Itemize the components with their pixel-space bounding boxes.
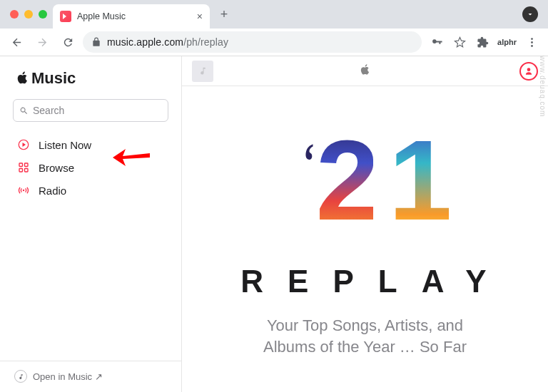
kebab-icon xyxy=(526,36,538,48)
svg-rect-7 xyxy=(25,169,29,172)
browser-menu-button[interactable] xyxy=(521,31,542,53)
puzzle-icon xyxy=(477,36,489,48)
year-artwork: ‘ 2 1 xyxy=(283,126,447,258)
svg-rect-6 xyxy=(19,169,23,172)
arrow-left-icon xyxy=(11,36,23,48)
brand-text: Music xyxy=(31,69,76,88)
tab-close-icon[interactable]: × xyxy=(197,11,203,22)
browser-chrome: Apple Music × + music.apple.com/ph/repla… xyxy=(0,0,548,56)
apple-logo-center xyxy=(359,63,371,78)
replay-hero: ‘ 2 1 REPLAY Your Top Songs, Artists, an… xyxy=(182,86,548,392)
svg-rect-4 xyxy=(19,163,23,167)
new-tab-button[interactable]: + xyxy=(214,4,234,24)
brand-logo[interactable]: Music xyxy=(0,56,181,96)
browser-profile-button[interactable] xyxy=(522,6,538,22)
search-input[interactable] xyxy=(33,105,162,116)
digit-one: 1 xyxy=(389,123,452,237)
open-in-label: Open in Music ↗ xyxy=(33,371,103,382)
svg-point-1 xyxy=(531,41,533,43)
watermark-text: www.deuaq.com xyxy=(539,56,547,117)
password-key-button[interactable] xyxy=(426,31,447,53)
main-content: ‘ 2 1 REPLAY Your Top Songs, Artists, an… xyxy=(182,56,548,392)
sidebar-item-radio[interactable]: Radio xyxy=(0,179,181,202)
reload-icon xyxy=(62,36,74,48)
browser-tab[interactable]: Apple Music × xyxy=(53,4,210,29)
apple-icon xyxy=(359,63,371,76)
arrow-right-icon xyxy=(36,36,49,48)
search-box[interactable] xyxy=(13,99,168,122)
window-minimize-button[interactable] xyxy=(24,10,33,19)
person-icon xyxy=(524,66,534,76)
tab-title: Apple Music xyxy=(77,11,191,21)
replay-title: REPLAY xyxy=(219,264,510,299)
lock-icon xyxy=(91,37,101,47)
music-note-circle-icon xyxy=(14,370,27,383)
extension-label[interactable]: alphr xyxy=(494,38,519,46)
svg-rect-5 xyxy=(25,163,29,167)
address-bar[interactable]: music.apple.com/ph/replay xyxy=(83,31,422,53)
svg-point-2 xyxy=(531,45,533,47)
search-icon xyxy=(19,106,29,115)
tab-bar: Apple Music × + xyxy=(0,0,548,29)
svg-point-0 xyxy=(531,38,533,40)
window-maximize-button[interactable] xyxy=(39,10,47,19)
window-controls xyxy=(7,10,53,19)
sidebar-item-listen-now[interactable]: Listen Now xyxy=(0,133,181,156)
apostrophe-glyph: ‘ xyxy=(303,132,315,191)
apple-icon xyxy=(16,71,30,85)
account-button[interactable] xyxy=(519,62,538,81)
bookmark-button[interactable] xyxy=(449,31,470,53)
open-in-music-link[interactable]: Open in Music ↗ xyxy=(14,370,167,383)
sidebar-nav: Listen Now Browse Radio xyxy=(0,132,181,203)
chevron-down-icon xyxy=(526,10,534,19)
url-text: music.apple.com/ph/replay xyxy=(107,36,228,48)
key-icon xyxy=(431,36,443,48)
page-content: Music Listen Now Browse xyxy=(0,56,548,392)
play-circle-icon xyxy=(17,138,30,151)
sidebar-item-browse[interactable]: Browse xyxy=(0,156,181,179)
player-topbar xyxy=(182,56,548,86)
now-playing-placeholder[interactable] xyxy=(192,61,213,82)
star-icon xyxy=(454,36,466,48)
hero-subtitle: Your Top Songs, Artists, and Albums of t… xyxy=(263,315,467,357)
sidebar-item-label: Browse xyxy=(39,162,74,174)
radio-waves-icon xyxy=(17,184,30,197)
music-note-icon xyxy=(198,66,208,76)
browser-toolbar: music.apple.com/ph/replay alphr xyxy=(0,29,548,56)
reload-button[interactable] xyxy=(57,31,78,53)
digit-two: 2 xyxy=(316,123,374,237)
window-close-button[interactable] xyxy=(10,10,19,19)
forward-button[interactable] xyxy=(31,31,53,53)
apple-music-favicon-icon xyxy=(60,11,71,22)
sidebar-footer: Open in Music ↗ xyxy=(0,361,181,392)
back-button[interactable] xyxy=(6,31,27,53)
sidebar-item-label: Radio xyxy=(39,185,66,197)
sidebar: Music Listen Now Browse xyxy=(0,56,182,392)
sidebar-item-label: Listen Now xyxy=(39,139,91,151)
extensions-button[interactable] xyxy=(472,31,493,53)
svg-point-8 xyxy=(23,190,24,191)
grid-icon xyxy=(17,161,30,174)
